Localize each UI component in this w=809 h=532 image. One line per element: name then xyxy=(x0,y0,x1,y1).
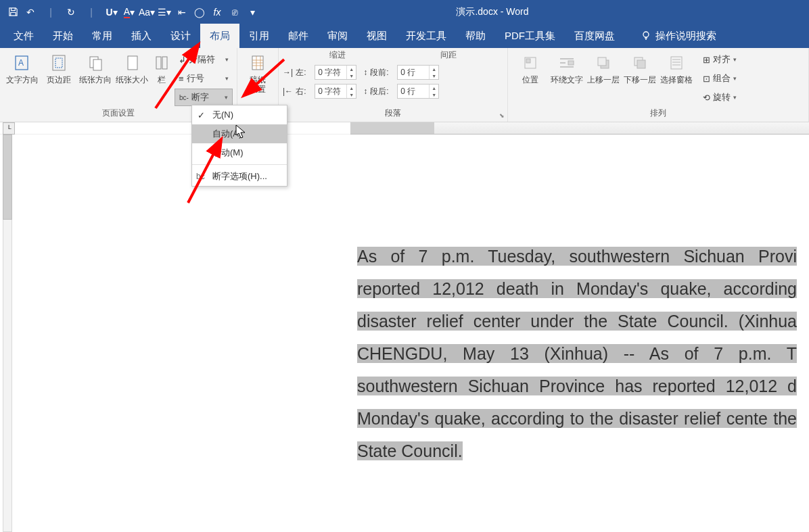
align-icon: ⊞ xyxy=(703,55,710,65)
indent-title: 缩进 xyxy=(287,49,388,61)
selection-icon xyxy=(666,52,687,74)
spin-down-icon[interactable]: ▼ xyxy=(430,72,438,79)
undo-icon[interactable]: ↶ xyxy=(22,3,39,21)
space-before-input[interactable]: 0 行▲▼ xyxy=(397,65,439,80)
save-icon[interactable] xyxy=(4,3,22,21)
document-paragraph[interactable]: As of 7 p.m. Tuesday, southwestern Sichu… xyxy=(350,220,809,487)
menu-separator xyxy=(192,164,287,165)
indent-left-icon: →| xyxy=(283,68,293,77)
size-button[interactable]: 纸张大小 xyxy=(114,51,150,84)
hyphenation-button[interactable]: bc-断字▾ xyxy=(175,89,233,106)
tab-references[interactable]: 引用 xyxy=(239,24,279,48)
underline-icon[interactable]: U▾ xyxy=(103,3,120,21)
group-paragraph: 缩进 间距 →| 左: 0 字符▲▼ |← 右: 0 字符▲▼ xyxy=(279,48,508,122)
rotate-button[interactable]: ⟲旋转▾ xyxy=(699,89,741,106)
send-backward-button[interactable]: 下移一层 xyxy=(622,51,658,84)
app-title: 演示.docx - Word xyxy=(261,6,724,18)
tab-design[interactable]: 设计 xyxy=(161,24,200,48)
tab-common[interactable]: 常用 xyxy=(83,24,122,48)
chevron-down-icon: ▾ xyxy=(225,94,228,101)
space-before-icon: ↕ xyxy=(363,68,367,77)
wrap-text-button[interactable]: 环绕文字 xyxy=(549,51,585,84)
change-case-icon[interactable]: Aa▾ xyxy=(138,3,156,21)
tab-layout[interactable]: 布局 xyxy=(200,24,239,48)
menu-item-manual[interactable]: 手动(M) xyxy=(192,143,287,162)
shape-circle-icon[interactable]: ◯ xyxy=(191,3,208,21)
spin-up-icon[interactable]: ▲ xyxy=(347,84,356,91)
hyphenation-menu: 无(N) 自动(A) 手动(M) bc断字选项(H)... xyxy=(191,105,287,187)
tab-baidu[interactable]: 百度网盘 xyxy=(565,24,624,48)
document-area: As of 7 p.m. Tuesday, southwestern Sichu… xyxy=(0,135,809,532)
spin-up-icon[interactable]: ▲ xyxy=(347,66,356,72)
tab-home[interactable]: 开始 xyxy=(43,24,83,48)
list-icon[interactable]: ☰▾ xyxy=(156,3,173,21)
manuscript-icon xyxy=(247,52,269,74)
svg-text:A: A xyxy=(18,58,24,68)
horizontal-ruler[interactable] xyxy=(350,122,809,135)
indent-left-row: →| 左: 0 字符▲▼ xyxy=(283,64,356,81)
tab-dev[interactable]: 开发工具 xyxy=(396,24,456,48)
menu-item-none[interactable]: 无(N) xyxy=(192,105,287,124)
page: As of 7 p.m. Tuesday, southwestern Sichu… xyxy=(350,135,809,487)
align-button[interactable]: ⊞对齐▾ xyxy=(699,51,741,68)
tab-help[interactable]: 帮助 xyxy=(456,24,495,48)
chevron-down-icon: ▾ xyxy=(225,56,229,63)
line-numbers-icon: ≡ xyxy=(179,74,184,84)
line-numbers-button[interactable]: ≡行号▾ xyxy=(175,70,233,87)
svg-rect-18 xyxy=(671,57,682,69)
svg-rect-7 xyxy=(128,56,137,70)
indent-right-icon: |← xyxy=(283,87,293,96)
menu-item-options[interactable]: bc断字选项(H)... xyxy=(192,167,287,186)
svg-rect-9 xyxy=(162,57,167,69)
formula-icon[interactable]: fx xyxy=(208,3,226,21)
selected-text: As of 7 p.m. Tuesday, southwestern Sichu… xyxy=(357,247,797,460)
font-color-icon[interactable]: A▾ xyxy=(120,3,138,21)
tab-pdf[interactable]: PDF工具集 xyxy=(495,24,565,48)
chevron-down-icon: ▾ xyxy=(225,75,229,82)
qat-more-icon[interactable]: ▾ xyxy=(244,3,261,21)
outdent-icon[interactable]: ⇤ xyxy=(173,3,191,21)
backward-icon xyxy=(629,52,651,74)
bring-forward-button[interactable]: 上移一层 xyxy=(585,51,622,84)
indent-left-input[interactable]: 0 字符▲▼ xyxy=(315,65,356,80)
indent-right-input[interactable]: 0 字符▲▼ xyxy=(315,84,356,99)
group-icon: ⊡ xyxy=(703,74,710,84)
svg-rect-3 xyxy=(53,55,65,70)
hyphenation-icon: bc xyxy=(196,172,205,181)
spin-down-icon[interactable]: ▼ xyxy=(430,91,438,98)
spin-down-icon[interactable]: ▼ xyxy=(347,72,356,79)
dialog-launcher-icon[interactable]: ⬊ xyxy=(499,112,505,119)
position-button[interactable]: 位置 xyxy=(512,51,549,84)
svg-rect-13 xyxy=(568,61,574,65)
space-after-input[interactable]: 0 行▲▼ xyxy=(397,84,439,99)
hyphenation-icon: bc- xyxy=(179,94,189,101)
group-button[interactable]: ⊡组合▾ xyxy=(699,70,741,87)
spin-up-icon[interactable]: ▲ xyxy=(430,84,438,91)
manuscript-button[interactable]: 稿纸 设置 xyxy=(241,51,274,94)
quick-access-toolbar: ↶ | ↻ | U▾ A▾ Aa▾ ☰▾ ⇤ ◯ fx ⎚ ▾ xyxy=(4,3,261,21)
text-direction-button[interactable]: A 文字方向 xyxy=(4,51,41,84)
tab-insert[interactable]: 插入 xyxy=(122,24,161,48)
vertical-ruler[interactable] xyxy=(0,135,15,532)
columns-button[interactable]: 栏 xyxy=(150,51,173,84)
space-after-icon: ↕ xyxy=(363,87,367,96)
forward-icon xyxy=(593,52,614,74)
tab-file[interactable]: 文件 xyxy=(4,24,43,48)
separator-icon: | xyxy=(83,3,100,21)
spin-down-icon[interactable]: ▼ xyxy=(347,91,356,98)
breaks-button[interactable]: ↲分隔符▾ xyxy=(175,51,233,68)
tab-review[interactable]: 审阅 xyxy=(318,24,357,48)
tab-search[interactable]: 操作说明搜索 xyxy=(631,24,726,48)
text-direction-icon: A xyxy=(11,52,33,74)
svg-rect-12 xyxy=(526,59,530,63)
breaks-icon: ↲ xyxy=(179,55,186,65)
screenshot-icon[interactable]: ⎚ xyxy=(226,3,244,21)
orientation-button[interactable]: 纸张方向 xyxy=(77,51,114,84)
tab-mail[interactable]: 邮件 xyxy=(279,24,318,48)
spin-up-icon[interactable]: ▲ xyxy=(430,66,438,72)
redo-icon[interactable]: ↻ xyxy=(62,3,80,21)
tab-view[interactable]: 视图 xyxy=(357,24,396,48)
tab-selector[interactable]: └ xyxy=(3,122,15,135)
margins-button[interactable]: 页边距 xyxy=(41,51,77,84)
selection-pane-button[interactable]: 选择窗格 xyxy=(658,51,695,84)
